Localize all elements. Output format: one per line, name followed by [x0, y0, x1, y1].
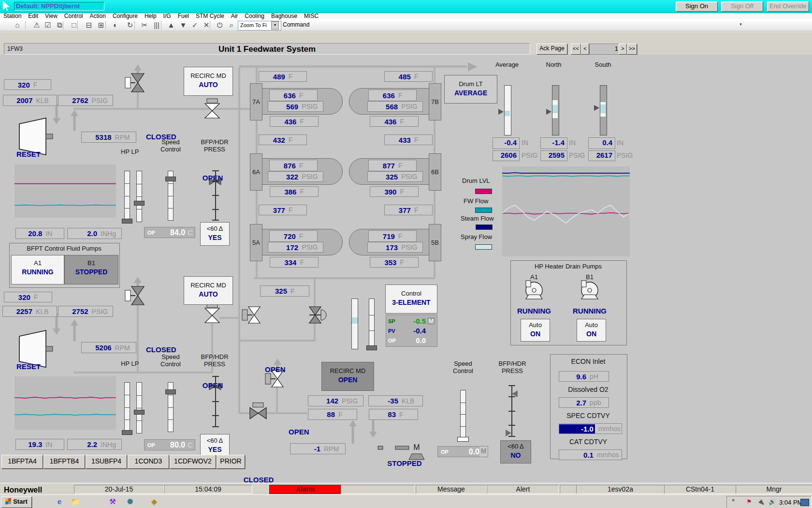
cube-icon[interactable]: ◈: [149, 497, 160, 507]
tray-chevron-icon[interactable]: «: [729, 499, 736, 505]
ie-icon[interactable]: e: [54, 497, 65, 507]
sufp-op[interactable]: OP0.0M: [437, 446, 488, 457]
alarm-icon[interactable]: ⚠: [31, 21, 42, 30]
ack-page-button[interactable]: Ack Page: [536, 44, 567, 55]
tray-icon[interactable]: 🔌: [757, 498, 765, 506]
speed-gauge-a-handle[interactable]: [165, 177, 176, 181]
bfpt-pump-b1[interactable]: B1STOPPED: [64, 255, 118, 284]
page-number-field[interactable]: 1: [589, 44, 622, 55]
menu-cooling[interactable]: Cooling: [241, 13, 268, 19]
refresh-icon[interactable]: ↻: [125, 21, 135, 30]
status-cell-empty[interactable]: [341, 485, 415, 494]
cut-icon[interactable]: ✂: [139, 21, 150, 30]
command-label[interactable]: Command: [283, 21, 317, 29]
status-cell-150409[interactable]: 15:04:09: [164, 485, 252, 494]
status-cell-mngr[interactable]: Mngr: [736, 485, 812, 494]
nav-1subfp4[interactable]: 1SUBFP4: [86, 455, 127, 469]
acknowledge-icon[interactable]: ☑: [43, 21, 53, 30]
status-cell-message[interactable]: Message: [416, 485, 487, 494]
tools-icon[interactable]: ⚒: [107, 497, 118, 507]
tray-display-icon[interactable]: [800, 499, 809, 506]
contrast-icon[interactable]: ◐: [110, 21, 121, 30]
arrow-up-icon[interactable]: ▲: [166, 21, 176, 30]
menu-fuel[interactable]: Fuel: [174, 13, 192, 19]
delta-a[interactable]: <60 ΔYES: [200, 222, 230, 246]
drain-pump-a1-mode[interactable]: AutoON: [521, 319, 550, 342]
menu-configure[interactable]: Configure: [109, 13, 141, 19]
zoom-select-arrow[interactable]: ▾: [271, 21, 279, 30]
recirc-md-c[interactable]: RECIRC MDOPEN: [321, 362, 374, 391]
menu-air[interactable]: Air: [228, 13, 242, 19]
nav-1bfptb4[interactable]: 1BFPTB4: [44, 455, 85, 469]
titlebar-button-sign-on[interactable]: Sign On: [676, 1, 718, 12]
hmi-app-icon[interactable]: ✺: [125, 497, 135, 507]
heater-7B-temp-value: 636: [369, 91, 395, 100]
status-cell-cstn041[interactable]: CStn04-1: [664, 485, 736, 494]
menu-baghouse[interactable]: Baghouse: [268, 13, 301, 19]
titlebar-button-sign-off[interactable]: Sign Off: [721, 1, 763, 12]
sp-row-op[interactable]: OP0.0: [388, 336, 435, 345]
page-last-button[interactable]: >>: [627, 44, 637, 55]
home-icon[interactable]: ⌂: [12, 21, 23, 30]
menu-edit[interactable]: Edit: [25, 13, 42, 19]
titlebar-button-end-override[interactable]: End Override: [767, 1, 809, 12]
page-prev-button[interactable]: <: [581, 44, 589, 55]
menu-station[interactable]: Station: [0, 13, 25, 19]
page-next-button[interactable]: >: [619, 44, 627, 55]
drum-level-south-band: [600, 102, 606, 117]
sp-row-pv[interactable]: PV-0.4: [388, 326, 435, 335]
bfpt-a-op[interactable]: OP84.0C: [144, 227, 195, 238]
menu-misc[interactable]: MISC: [301, 13, 322, 19]
nav-1bfpta4[interactable]: 1BFPTA4: [1, 455, 43, 469]
session-field[interactable]: Default: NPPD\tjbernt: [14, 2, 104, 11]
fw-b-press-unit: PSIG: [92, 308, 108, 315]
bfpt-b-op[interactable]: OP80.0C: [144, 439, 195, 450]
columns-icon[interactable]: |||: [151, 21, 162, 30]
status-cell-20jul15[interactable]: 20-Jul-15: [74, 485, 164, 494]
legend-swatch: [476, 224, 493, 230]
speed-gauge-b-handle[interactable]: [165, 389, 176, 394]
pipe: [73, 108, 257, 110]
sp-row-sp[interactable]: SP-0.5M: [388, 316, 435, 326]
bfp-indicator-tick: [508, 396, 515, 397]
check-icon[interactable]: ✓: [189, 21, 200, 30]
power-icon[interactable]: ⏻: [215, 21, 225, 30]
menu-control[interactable]: Control: [61, 13, 87, 19]
status-cell-1esv02a[interactable]: 1esv02a: [576, 485, 665, 494]
bfpt-a-rpm-unit: RPM: [115, 134, 130, 141]
cond-b-vac1: 19.3IN: [15, 439, 64, 450]
status-cell-alert[interactable]: Alert: [487, 485, 559, 494]
menu-stmcycle[interactable]: STM Cycle: [192, 13, 228, 19]
status-cell-alarm[interactable]: Alarm: [269, 485, 341, 494]
menu-help[interactable]: Help: [141, 13, 160, 19]
recirc-md-a[interactable]: RECIRC MDAUTO: [184, 67, 233, 96]
drum-lt[interactable]: Drum LTAVERAGE: [444, 75, 497, 104]
bfpt-pump-a1[interactable]: A1RUNNING: [11, 255, 64, 284]
tray-icon[interactable]: ⚑: [745, 498, 753, 506]
lp-gauge-b-handle[interactable]: [134, 410, 145, 415]
control-mode[interactable]: Control3-ELEMENT: [385, 284, 437, 314]
menu-ig[interactable]: I/G: [160, 13, 174, 19]
lp-gauge-a-handle[interactable]: [134, 201, 145, 206]
nav-prior[interactable]: PRIOR: [217, 455, 245, 469]
drain-pump-b1-mode[interactable]: AutoON: [577, 319, 606, 342]
heater-6B-temp-unit: F: [398, 162, 403, 169]
folder-icon[interactable]: 📁: [70, 497, 81, 507]
nav-1cdfwov2[interactable]: 1CDFWOV2: [170, 455, 216, 469]
toolbar-dropdown-icon[interactable]: ▾: [738, 22, 744, 28]
nav-1cond3[interactable]: 1COND3: [128, 455, 169, 469]
arrow-down-icon[interactable]: ▼: [178, 21, 188, 30]
menu-view[interactable]: View: [42, 13, 61, 19]
drum-level-north-column: [552, 85, 559, 135]
box-down-icon[interactable]: ⊟: [84, 21, 94, 30]
status-cell-empty[interactable]: [560, 485, 577, 494]
menu-action[interactable]: Action: [87, 13, 109, 19]
page-first-button[interactable]: <<: [571, 44, 581, 55]
box-up-icon[interactable]: ⊞: [96, 21, 106, 30]
recirc-md-b[interactable]: RECIRC MDAUTO: [184, 276, 233, 305]
search-icon[interactable]: ⌕: [226, 21, 237, 30]
start-button[interactable]: Start: [1, 496, 32, 508]
tray-icon[interactable]: 🔊: [768, 498, 776, 506]
delta-b[interactable]: <60 ΔYES: [200, 434, 230, 458]
delta-c[interactable]: <60 ΔNO: [500, 440, 531, 463]
